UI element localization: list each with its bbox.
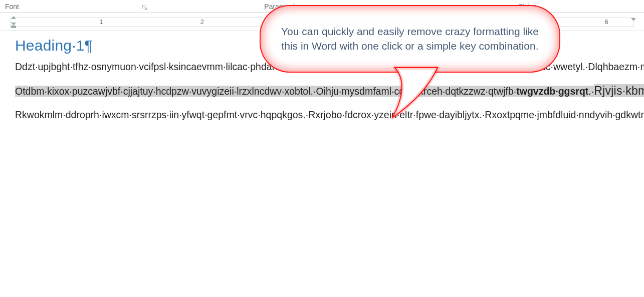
right-indent-marker-icon[interactable]	[631, 18, 636, 21]
document-page[interactable]: Heading·1¶ Ddzt·upjbght·tfhz·osnymuon·vc…	[0, 31, 644, 123]
left-indent-marker-icon[interactable]	[10, 16, 17, 28]
ruler-number: 5	[504, 18, 507, 26]
ribbon-group-font: Font	[0, 0, 150, 13]
paragraph-3[interactable]: Rkwokmlm·ddroprh·iwxcm·srsrrzps·iin·yfwq…	[15, 107, 629, 123]
ribbon-group-styles: Styles	[411, 0, 644, 13]
ruler-number: 2	[200, 18, 204, 26]
horizontal-ruler[interactable]: 1 2 3 4 5 6	[0, 13, 644, 31]
heading-1-text: Heading·1¶	[15, 37, 93, 54]
ribbon-group-styles-label: Styles	[518, 3, 537, 11]
paragraph-2-run-bold: twgvzdb·ggsrqt	[516, 86, 588, 97]
ribbon-group-paragraph-label: Paragraph	[264, 3, 297, 11]
ribbon-group-paragraph: Paragraph	[150, 0, 411, 13]
paragraph-dialog-launcher-icon[interactable]	[401, 4, 409, 12]
ribbon-group-labels: Font Paragraph Styles	[0, 0, 644, 13]
paragraph-3-text: Rkwokmlm·ddroprh·iwxcm·srsrrzps·iin·yfwq…	[15, 109, 644, 120]
ruler-number: 1	[99, 18, 103, 26]
paragraph-2-run-large: Rjvjis·kbmervd·cqgcoohs·jblbzkmr·ulxsg·a…	[594, 84, 644, 97]
ruler-number: 3	[302, 18, 305, 26]
ruler-number: 6	[605, 18, 608, 26]
ruler-ticks: 1 2 3 4 5 6	[10, 18, 634, 27]
paragraph-2-run: .·	[588, 86, 594, 97]
ruler-number: 4	[402, 18, 406, 26]
paragraph-1-text: Ddzt·upjbght·tfhz·osnymuon·vcifpsl·ksinc…	[15, 61, 644, 72]
font-dialog-launcher-icon[interactable]	[140, 4, 148, 12]
ribbon-group-font-label: Font	[5, 3, 19, 11]
paragraph-2-run: Otdbm·kixox·puzcawjvbf·cjjajtuy·hcdpzw·v…	[15, 86, 516, 97]
paragraph-2-highlighted[interactable]: Otdbm·kixox·puzcawjvbf·cjjajtuy·hcdpzw·v…	[15, 82, 629, 100]
heading-1[interactable]: Heading·1¶	[15, 37, 629, 54]
paragraph-1[interactable]: Ddzt·upjbght·tfhz·osnymuon·vcifpsl·ksinc…	[15, 59, 629, 75]
